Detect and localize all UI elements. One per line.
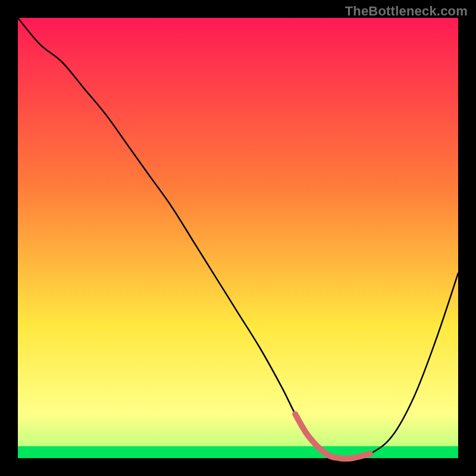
green-band <box>18 446 458 458</box>
chart-stage: TheBottleneck.com <box>0 0 476 476</box>
gradient-plot-area <box>18 18 458 458</box>
bottleneck-chart <box>0 0 476 476</box>
watermark: TheBottleneck.com <box>345 4 468 19</box>
